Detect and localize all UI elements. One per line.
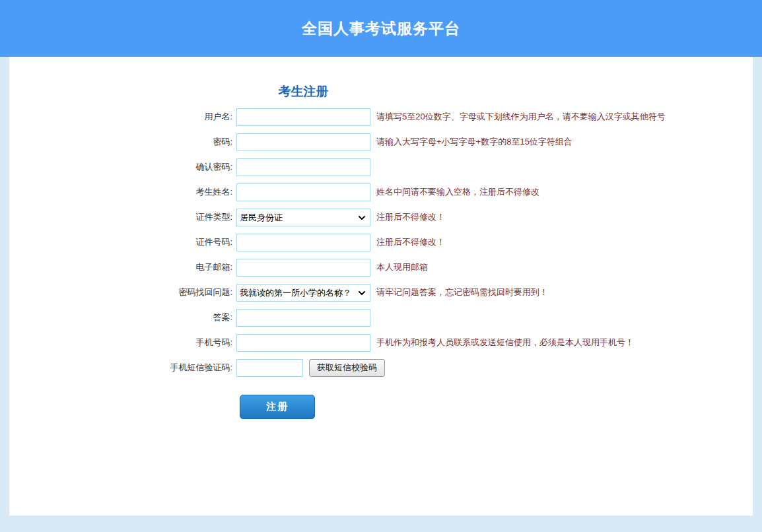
form-row-answer: 答案: [9,305,753,330]
username-input[interactable] [236,108,370,126]
id-number-hint: 注册后不得修改！ [376,236,445,248]
form-title: 考生注册 [236,84,370,98]
candidate-name-hint: 姓名中间请不要输入空格，注册后不得修改 [376,186,539,198]
answer-input[interactable] [236,309,370,327]
registration-form: 用户名: 请填写5至20位数字、字母或下划线作为用户名，请不要输入汉字或其他符号… [9,104,753,380]
mobile-label: 手机号码: [9,337,232,349]
password-hint: 请输入大写字母+小写字母+数字的8至15位字符组合 [376,136,572,148]
username-hint: 请填写5至20位数字、字母或下划线作为用户名，请不要输入汉字或其他符号 [376,111,666,123]
mobile-hint: 手机作为和报考人员联系或发送短信使用，必须是本人现用手机号！ [376,337,634,349]
sms-code-input[interactable] [236,359,303,377]
form-row-confirm-password: 确认密码: [9,154,753,180]
form-row-username: 用户名: 请填写5至20位数字、字母或下划线作为用户名，请不要输入汉字或其他符号 [9,104,753,129]
confirm-password-label: 确认密码: [9,161,232,173]
password-input[interactable] [236,133,370,151]
form-row-security-question: 密码找回问题: 我就读的第一所小学的名称？ 请牢记问题答案，忘记密码需找回时要用… [9,280,753,305]
answer-label: 答案: [9,312,232,323]
get-sms-code-button[interactable]: 获取短信校验码 [309,359,385,377]
security-question-hint: 请牢记问题答案，忘记密码需找回时要用到！ [376,286,548,298]
security-question-label: 密码找回问题: [9,286,232,298]
form-row-email: 电子邮箱: 本人现用邮箱 [9,255,753,280]
email-label: 电子邮箱: [9,261,232,273]
register-button[interactable]: 注册 [240,395,315,419]
sms-code-label: 手机短信验证码: [9,362,232,374]
security-question-select[interactable]: 我就读的第一所小学的名称？ [236,284,370,302]
confirm-password-input[interactable] [236,158,370,176]
content-panel: 考生注册 用户名: 请填写5至20位数字、字母或下划线作为用户名，请不要输入汉字… [9,57,753,515]
form-row-mobile: 手机号码: 手机作为和报考人员联系或发送短信使用，必须是本人现用手机号！ [9,330,753,355]
email-hint: 本人现用邮箱 [376,261,428,273]
form-row-id-number: 证件号码: 注册后不得修改！ [9,230,753,255]
id-number-label: 证件号码: [9,236,232,248]
candidate-name-input[interactable] [236,183,370,201]
id-number-input[interactable] [236,234,370,251]
mobile-input[interactable] [236,334,370,352]
form-row-sms-code: 手机短信验证码: 获取短信校验码 [9,355,753,380]
id-type-select[interactable]: 居民身份证 [236,209,370,226]
page-header: 全国人事考试服务平台 [0,0,762,57]
id-type-label: 证件类型: [9,211,232,223]
site-title: 全国人事考试服务平台 [302,18,460,39]
password-label: 密码: [9,136,232,148]
email-input[interactable] [236,259,370,277]
form-row-candidate-name: 考生姓名: 姓名中间请不要输入空格，注册后不得修改 [9,180,753,205]
id-type-hint: 注册后不得修改！ [376,211,445,223]
username-label: 用户名: [9,111,232,123]
candidate-name-label: 考生姓名: [9,186,232,198]
form-row-password: 密码: 请输入大写字母+小写字母+数字的8至15位字符组合 [9,129,753,154]
form-row-id-type: 证件类型: 居民身份证 注册后不得修改！ [9,205,753,230]
